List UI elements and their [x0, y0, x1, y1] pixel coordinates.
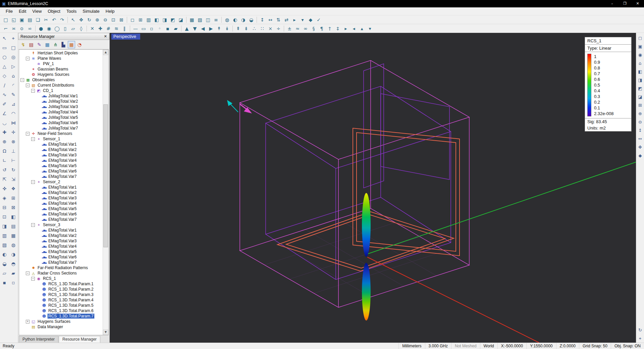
scroll-down-icon[interactable]: ▼ — [103, 330, 108, 335]
toolbar-icon[interactable]: ↡ — [223, 25, 231, 32]
draw-tool-icon[interactable]: ◐ — [0, 250, 9, 259]
view-tool-icon[interactable]: ◩ — [636, 84, 644, 93]
draw-tool-icon[interactable]: △ — [0, 62, 9, 71]
draw-tool-icon[interactable]: ⊕ — [0, 137, 9, 146]
open-icon[interactable]: ◱ — [10, 16, 18, 23]
draw-tool-icon[interactable]: ▫ — [9, 278, 18, 287]
toolbar-icon[interactable]: ‡ — [334, 25, 342, 32]
draw-tool-icon[interactable]: ✎ — [9, 90, 18, 99]
toolbar-icon[interactable]: ⌐ — [2, 25, 10, 32]
draw-tool-icon[interactable]: ✚ — [0, 128, 9, 137]
tree-item[interactable]: ▂▅▃EMagTotal.Var2 — [19, 233, 103, 238]
menu-file[interactable]: File — [3, 9, 16, 14]
draw-tool-icon[interactable]: ▧ — [0, 240, 9, 250]
toolbar-icon[interactable]: ▫ — [148, 25, 156, 32]
chart-view-icon[interactable]: ▙ — [60, 41, 67, 48]
purple-plates[interactable] — [364, 64, 449, 188]
draw-tool-icon[interactable]: ○ — [0, 52, 9, 62]
draw-tool-icon[interactable]: ⊡ — [0, 212, 9, 221]
draw-tool-icon[interactable]: ◓ — [9, 259, 18, 268]
view-tool-icon[interactable]: ◻ — [636, 34, 644, 42]
toolbar-icon[interactable]: ◂ — [350, 25, 358, 32]
grid-view-icon[interactable]: ▦ — [68, 41, 75, 48]
draw-tool-icon[interactable]: ◨ — [0, 221, 9, 231]
menu-tools[interactable]: Tools — [63, 9, 79, 14]
draw-tool-icon[interactable]: ⇲ — [9, 174, 18, 184]
tree-item[interactable]: −◩CD_1 — [19, 88, 103, 93]
tree-item[interactable]: ▂▅▃EMagTotal.Var3 — [19, 195, 103, 201]
viewport[interactable]: Perspective RCS_1 Type: Linear 10.90.80.… — [110, 33, 636, 343]
draw-tool-icon[interactable]: ▥ — [0, 231, 9, 240]
tree-item[interactable]: ▂▅▃EMagTotal.Var1 — [19, 142, 103, 147]
draw-tool-icon[interactable]: ✜ — [0, 184, 9, 193]
menu-simulate[interactable]: Simulate — [79, 9, 103, 14]
grid-icon[interactable]: ⊞ — [137, 16, 145, 23]
half-left-icon[interactable]: ◐ — [231, 16, 239, 23]
toolbar-icon[interactable]: × — [266, 25, 274, 32]
draw-tool-icon[interactable]: ⌂ — [9, 71, 18, 81]
draw-tool-icon[interactable]: □ — [9, 43, 18, 52]
view-tool-icon[interactable]: ↔ — [636, 135, 644, 143]
shade-full-icon[interactable]: ◪ — [177, 16, 185, 23]
tree-item[interactable]: −◉RCS_1 — [19, 276, 103, 281]
toolbar-icon[interactable]: ▱ — [69, 25, 77, 32]
toolbar-icon[interactable]: ◉ — [45, 25, 53, 32]
draw-tool-icon[interactable]: ◑ — [9, 250, 18, 259]
tree-item[interactable]: −⌖Sensor_2 — [19, 179, 103, 185]
tree-item[interactable]: ▂▅▃JsMagTotal.Var3 — [19, 104, 103, 109]
tree-item[interactable]: ▂▅▃EMagTotal.Var7 — [19, 260, 103, 265]
expand-icon[interactable]: + — [26, 320, 30, 323]
undo-icon[interactable]: ↶ — [50, 16, 58, 23]
move-horizontal-icon[interactable]: ↔ — [266, 16, 274, 23]
toolbar-icon[interactable]: ∞ — [302, 25, 310, 32]
zoom-window-icon[interactable]: ⊡ — [109, 16, 117, 23]
restore-button[interactable]: ❐ — [619, 0, 631, 7]
diamond-icon[interactable]: ◆ — [307, 16, 315, 23]
draw-tool-icon[interactable]: Ω — [0, 146, 9, 156]
toolbar-icon[interactable]: # — [104, 25, 112, 32]
menu-edit[interactable]: Edit — [16, 9, 29, 14]
draw-tool-icon[interactable]: ◧ — [9, 212, 18, 221]
view-tool-icon[interactable]: ⊞ — [636, 101, 644, 109]
library-icon[interactable]: ▤ — [28, 41, 35, 48]
collapse-icon[interactable]: − — [31, 277, 35, 281]
zoom-out-icon[interactable]: ⊖ — [101, 16, 109, 23]
view-tool-icon[interactable]: ◉ — [636, 51, 644, 59]
toolbar-icon[interactable]: ▪ — [164, 25, 172, 32]
swap-horizontal-icon[interactable]: ⇄ — [282, 16, 290, 23]
toolbar-icon[interactable]: ◦ — [156, 25, 164, 32]
tree-item[interactable]: ▂▅▃JsMagTotal.Var4 — [19, 109, 103, 115]
sphere-icon[interactable]: ◍ — [223, 16, 231, 23]
scroll-up-icon[interactable]: ▲ — [103, 50, 108, 55]
toolbar-icon[interactable]: ⇞ — [234, 25, 242, 32]
collapse-icon[interactable]: − — [31, 180, 35, 184]
view-tool-icon[interactable]: ⌂ — [636, 59, 644, 67]
draw-tool-icon[interactable]: ⊠ — [9, 203, 18, 212]
pan-icon[interactable]: ✥ — [77, 16, 85, 23]
view-tool-icon[interactable]: ↻ — [636, 326, 644, 334]
edit-icon[interactable]: ✎ — [36, 41, 43, 48]
tree-item[interactable]: −◬Radar Cross Sections — [19, 270, 103, 276]
save-icon[interactable]: ▣ — [18, 16, 26, 23]
collapse-icon[interactable]: − — [20, 78, 24, 82]
toolbar-icon[interactable]: † — [326, 25, 334, 32]
copy-icon[interactable]: ❏ — [34, 16, 42, 23]
toolbar-icon[interactable]: ✕ — [88, 25, 96, 32]
toolbar-icon[interactable]: ≋ — [112, 25, 120, 32]
toolbar-icon[interactable]: ▴ — [358, 25, 366, 32]
tree-item[interactable]: ☻RCS_1.3D.Total.Param.1 — [19, 281, 103, 287]
new-icon[interactable]: □ — [2, 16, 10, 23]
shade-mixed-icon[interactable]: ◩ — [169, 16, 177, 23]
tree-item[interactable]: ▂▅▃EMagTotal.Var7 — [19, 174, 103, 179]
draw-tool-icon[interactable]: ∠ — [0, 109, 9, 118]
draw-tool-icon[interactable]: ▤ — [9, 221, 18, 231]
close-button[interactable]: ✕ — [631, 0, 644, 7]
toolbar-icon[interactable]: ≈ — [293, 25, 302, 32]
tree-item[interactable]: ☻RCS_1.3D.Total.Param.5 — [19, 303, 103, 308]
toolbar-icon[interactable]: ⇟ — [242, 25, 250, 32]
draw-tool-icon[interactable]: ▰ — [9, 268, 18, 278]
select-icon[interactable]: ↖ — [69, 16, 77, 23]
tree-item[interactable]: ▤Data Manager — [19, 324, 103, 330]
half-right-icon[interactable]: ◑ — [239, 16, 247, 23]
draw-tool-icon[interactable]: ⊢ — [9, 156, 18, 165]
